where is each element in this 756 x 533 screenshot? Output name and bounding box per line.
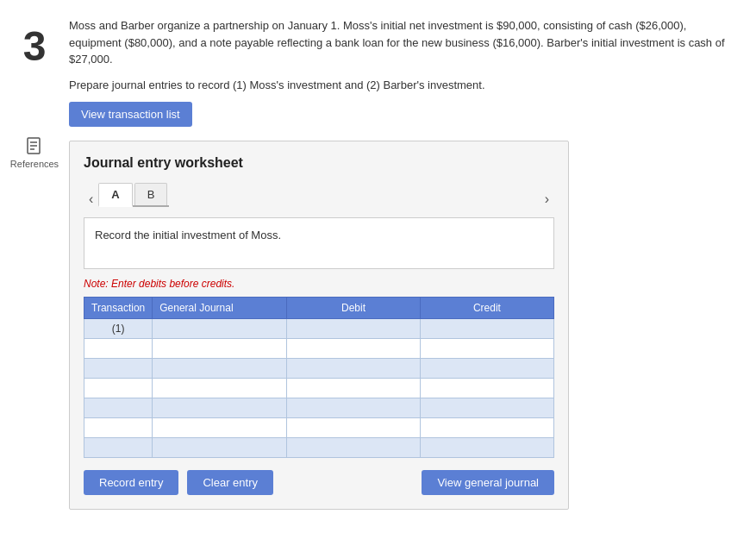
table-row xyxy=(84,398,554,417)
general-journal-cell[interactable] xyxy=(153,417,287,437)
credit-cell[interactable] xyxy=(420,437,553,457)
transaction-cell xyxy=(84,437,153,457)
table-row xyxy=(84,378,554,398)
general-journal-cell[interactable] xyxy=(153,437,287,457)
table-row xyxy=(84,417,554,437)
credit-cell[interactable] xyxy=(420,378,553,398)
debit-input[interactable] xyxy=(292,422,415,434)
transaction-cell: (1) xyxy=(84,318,153,338)
debit-cell[interactable] xyxy=(287,417,421,437)
table-row xyxy=(84,338,554,358)
credit-input[interactable] xyxy=(426,422,548,434)
general-journal-input[interactable] xyxy=(158,402,281,414)
debit-input[interactable] xyxy=(292,442,415,454)
general-journal-cell[interactable] xyxy=(153,378,287,398)
worksheet-title: Journal entry worksheet xyxy=(84,155,554,171)
tab-next-arrow[interactable]: › xyxy=(540,191,554,207)
debit-input[interactable] xyxy=(292,323,415,335)
general-journal-input[interactable] xyxy=(158,422,281,434)
tab-prev-arrow[interactable]: ‹ xyxy=(84,191,98,207)
references-label: References xyxy=(10,159,59,169)
transaction-cell xyxy=(84,358,153,378)
record-description: Record the initial investment of Moss. xyxy=(84,217,554,269)
debit-input[interactable] xyxy=(292,402,415,414)
tab-b[interactable]: B xyxy=(134,183,168,205)
journal-table: Transaction General Journal Debit Credit… xyxy=(84,297,554,458)
problem-text: Moss and Barber organize a partnership o… xyxy=(69,17,739,68)
tabs-wrapper: A B xyxy=(98,183,169,207)
general-journal-input[interactable] xyxy=(158,323,281,335)
col-debit: Debit xyxy=(287,297,421,318)
buttons-row: Record entry Clear entry View general jo… xyxy=(84,470,554,495)
general-journal-cell[interactable] xyxy=(153,358,287,378)
debit-input[interactable] xyxy=(292,362,415,374)
general-journal-input[interactable] xyxy=(158,382,281,394)
table-row: (1) xyxy=(84,318,554,338)
general-journal-input[interactable] xyxy=(158,442,281,454)
clear-entry-button[interactable]: Clear entry xyxy=(187,470,273,495)
worksheet-container: Journal entry worksheet ‹ A B › Record t… xyxy=(69,141,569,510)
general-journal-cell[interactable] xyxy=(153,338,287,358)
credit-cell[interactable] xyxy=(420,338,553,358)
general-journal-cell[interactable] xyxy=(153,398,287,417)
document-icon xyxy=(24,136,45,157)
debit-cell[interactable] xyxy=(287,318,421,338)
debit-cell[interactable] xyxy=(287,437,421,457)
transaction-cell xyxy=(84,398,153,417)
view-transaction-button[interactable]: View transaction list xyxy=(69,102,192,127)
table-row xyxy=(84,358,554,378)
tab-a[interactable]: A xyxy=(98,183,132,207)
table-row xyxy=(84,437,554,457)
transaction-cell xyxy=(84,378,153,398)
debit-input[interactable] xyxy=(292,342,415,354)
credit-cell[interactable] xyxy=(420,398,553,417)
credit-cell[interactable] xyxy=(420,358,553,378)
col-general-journal: General Journal xyxy=(153,297,287,318)
debit-cell[interactable] xyxy=(287,358,421,378)
general-journal-input[interactable] xyxy=(158,362,281,374)
problem-number: 3 xyxy=(23,26,47,67)
note-text: Note: Enter debits before credits. xyxy=(84,278,554,290)
credit-input[interactable] xyxy=(426,323,548,335)
tabs-nav: ‹ A B › xyxy=(84,183,554,207)
debit-cell[interactable] xyxy=(287,338,421,358)
transaction-cell xyxy=(84,417,153,437)
credit-input[interactable] xyxy=(426,382,548,394)
record-entry-button[interactable]: Record entry xyxy=(84,470,178,495)
col-transaction: Transaction xyxy=(84,297,153,318)
credit-input[interactable] xyxy=(426,342,548,354)
debit-cell[interactable] xyxy=(287,378,421,398)
credit-cell[interactable] xyxy=(420,318,553,338)
credit-input[interactable] xyxy=(426,362,548,374)
general-journal-cell[interactable] xyxy=(153,318,287,338)
debit-input[interactable] xyxy=(292,382,415,394)
credit-input[interactable] xyxy=(426,402,548,414)
prepare-text: Prepare journal entries to record (1) Mo… xyxy=(69,78,739,91)
general-journal-input[interactable] xyxy=(158,342,281,354)
col-credit: Credit xyxy=(420,297,553,318)
view-general-journal-button[interactable]: View general journal xyxy=(422,470,554,495)
credit-input[interactable] xyxy=(426,442,548,454)
debit-cell[interactable] xyxy=(287,398,421,417)
references-button[interactable]: References xyxy=(10,136,59,169)
transaction-cell xyxy=(84,338,153,358)
credit-cell[interactable] xyxy=(420,417,553,437)
